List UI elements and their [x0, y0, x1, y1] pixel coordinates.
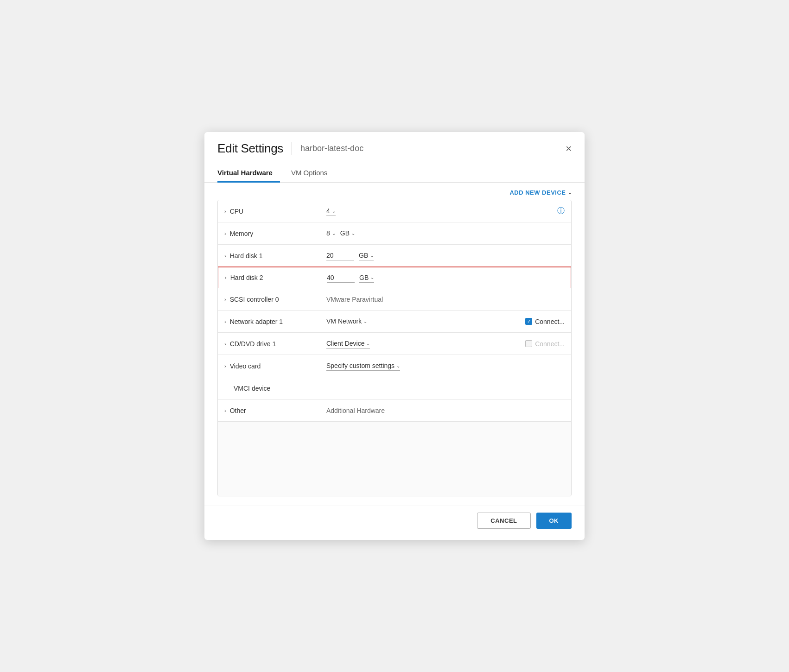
- cpu-value: 4 ⌄: [326, 206, 557, 216]
- network-connect-label: Connect...: [535, 318, 565, 325]
- cd-dvd-drive-row: › CD/DVD drive 1 Client Device ⌄ Connect…: [218, 333, 571, 355]
- video-card-value: Specify custom settings ⌄: [326, 361, 565, 371]
- video-card-expand-icon[interactable]: ›: [224, 363, 226, 369]
- memory-row: › Memory 8 ⌄ GB ⌄: [218, 222, 571, 245]
- dialog-subtitle: harbor-latest-doc: [300, 144, 363, 153]
- cancel-button[interactable]: CANCEL: [477, 513, 530, 529]
- tab-bar: Virtual Hardware VM Options: [204, 164, 585, 183]
- dialog-header: Edit Settings harbor-latest-doc ×: [204, 132, 585, 156]
- chevron-down-icon: ⌄: [332, 231, 336, 236]
- edit-settings-dialog: Edit Settings harbor-latest-doc × Virtua…: [204, 132, 585, 540]
- cd-dvd-connect-area: Connect...: [525, 340, 565, 348]
- memory-expand-icon[interactable]: ›: [224, 231, 226, 236]
- network-connect-checkbox[interactable]: [525, 318, 532, 325]
- hard-disk-2-expand-icon[interactable]: ›: [225, 275, 227, 280]
- network-adapter-row: › Network adapter 1 VM Network ⌄ Connect…: [218, 311, 571, 333]
- hard-disk-2-unit-dropdown[interactable]: GB ⌄: [359, 273, 374, 283]
- chevron-down-icon: ⌄: [351, 231, 355, 236]
- vmci-device-row: VMCI device: [218, 377, 571, 399]
- chevron-down-icon: ⌄: [366, 341, 370, 346]
- network-adapter-value: VM Network ⌄: [326, 317, 525, 326]
- network-expand-icon[interactable]: ›: [224, 319, 226, 324]
- chevron-down-icon: ⌄: [396, 363, 400, 368]
- cpu-row: › CPU 4 ⌄ ⓘ: [218, 200, 571, 222]
- cd-dvd-connect-label: Connect...: [535, 340, 565, 348]
- cd-dvd-label: › CD/DVD drive 1: [224, 340, 326, 348]
- memory-label: › Memory: [224, 230, 326, 237]
- chevron-down-icon: ⌄: [363, 319, 367, 324]
- cd-dvd-connect-checkbox[interactable]: [525, 340, 532, 347]
- hard-disk-2-row: › Hard disk 2 GB ⌄: [217, 266, 572, 289]
- close-button[interactable]: ×: [566, 144, 572, 154]
- cpu-count-dropdown[interactable]: 4 ⌄: [326, 206, 336, 216]
- hardware-table: › CPU 4 ⌄ ⓘ › Memory: [217, 200, 572, 496]
- network-adapter-label: › Network adapter 1: [224, 318, 326, 325]
- hard-disk-1-label: › Hard disk 1: [224, 252, 326, 260]
- memory-value: 8 ⌄ GB ⌄: [326, 228, 565, 238]
- chevron-down-icon: ⌄: [370, 275, 374, 280]
- other-value: Additional Hardware: [326, 407, 565, 414]
- vmci-device-label: VMCI device: [224, 385, 326, 392]
- scsi-controller-row: › SCSI controller 0 VMware Paravirtual: [218, 288, 571, 311]
- hard-disk-1-unit-dropdown[interactable]: GB ⌄: [359, 251, 374, 260]
- header-divider: [292, 142, 292, 155]
- cd-dvd-expand-icon[interactable]: ›: [224, 341, 226, 347]
- add-device-bar: ADD NEW DEVICE ⌄: [217, 189, 572, 196]
- network-connect-area: Connect...: [525, 318, 565, 325]
- hard-disk-1-row: › Hard disk 1 GB ⌄: [218, 245, 571, 267]
- hard-disk-2-label: › Hard disk 2: [225, 274, 327, 281]
- other-row: › Other Additional Hardware: [218, 399, 571, 422]
- cd-dvd-value: Client Device ⌄: [326, 339, 525, 349]
- add-new-device-button[interactable]: ADD NEW DEVICE ⌄: [509, 189, 572, 196]
- dialog-title: Edit Settings: [217, 141, 283, 156]
- memory-unit-dropdown[interactable]: GB ⌄: [340, 228, 355, 238]
- memory-amount-dropdown[interactable]: 8 ⌄: [326, 228, 336, 238]
- scsi-controller-value: VMware Paravirtual: [326, 296, 565, 303]
- cpu-label: › CPU: [224, 208, 326, 215]
- cd-dvd-type-dropdown[interactable]: Client Device ⌄: [326, 339, 370, 349]
- video-card-row: › Video card Specify custom settings ⌄: [218, 355, 571, 377]
- empty-space: [218, 422, 571, 496]
- scsi-expand-icon[interactable]: ›: [224, 297, 226, 302]
- other-label: › Other: [224, 407, 326, 414]
- network-type-dropdown[interactable]: VM Network ⌄: [326, 317, 367, 326]
- chevron-down-icon: ⌄: [370, 253, 374, 258]
- ok-button[interactable]: OK: [536, 513, 572, 529]
- dialog-body: ADD NEW DEVICE ⌄ › CPU 4 ⌄ ⓘ: [204, 183, 585, 506]
- video-card-label: › Video card: [224, 362, 326, 370]
- chevron-down-icon: ⌄: [568, 190, 572, 195]
- video-card-type-dropdown[interactable]: Specify custom settings ⌄: [326, 361, 400, 371]
- cpu-expand-icon[interactable]: ›: [224, 209, 226, 214]
- hard-disk-1-expand-icon[interactable]: ›: [224, 253, 226, 259]
- other-expand-icon[interactable]: ›: [224, 408, 226, 413]
- dialog-footer: CANCEL OK: [204, 506, 585, 540]
- hard-disk-2-size-input[interactable]: [327, 273, 355, 283]
- hard-disk-1-size-input[interactable]: [326, 251, 354, 260]
- cpu-info-icon[interactable]: ⓘ: [557, 206, 565, 216]
- tab-virtual-hardware[interactable]: Virtual Hardware: [217, 164, 280, 183]
- tab-vm-options[interactable]: VM Options: [291, 164, 335, 183]
- chevron-down-icon: ⌄: [332, 209, 336, 214]
- hard-disk-2-value: GB ⌄: [327, 273, 564, 283]
- scsi-controller-label: › SCSI controller 0: [224, 296, 326, 303]
- hard-disk-1-value: GB ⌄: [326, 251, 565, 260]
